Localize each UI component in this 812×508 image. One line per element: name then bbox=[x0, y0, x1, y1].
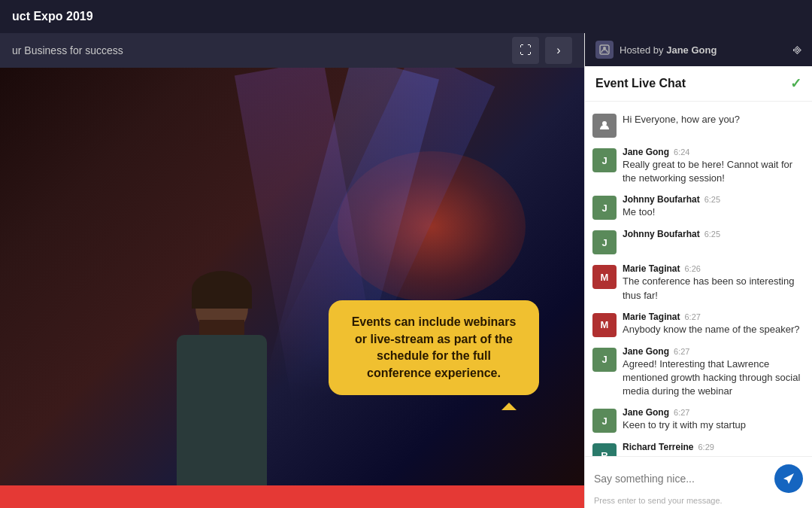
msg-author: Johnny Boufarhat bbox=[623, 229, 700, 239]
chat-input-row bbox=[594, 464, 803, 493]
msg-time: 6:25 bbox=[704, 195, 720, 204]
msg-author: Marie Taginat bbox=[623, 263, 680, 274]
exit-button[interactable]: ⎆ bbox=[793, 42, 801, 58]
list-item: J Johnny Boufarhat 6:25 Me too! bbox=[585, 190, 812, 224]
video-tooltip: Events can include webinars or live-stre… bbox=[329, 300, 539, 395]
message-header: Jane Gong 6:24 bbox=[623, 147, 804, 157]
message-header: Marie Taginat 6:26 bbox=[623, 263, 804, 274]
msg-text: Hi Everyone, how are you? bbox=[623, 113, 804, 126]
message-content: Hi Everyone, how are you? bbox=[623, 112, 804, 126]
avatar: J bbox=[592, 196, 617, 220]
message-header: Richard Terreine 6:29 bbox=[623, 442, 804, 452]
video-section: ur Business for success ⛶ › bbox=[0, 33, 584, 508]
list-item: J Johnny Boufarhat 6:25 bbox=[585, 224, 812, 259]
video-bottom-bar bbox=[0, 485, 584, 508]
msg-author: Richard Terreine bbox=[623, 442, 693, 452]
host-name: Jane Gong bbox=[666, 44, 717, 56]
video-frame: Events can include webinars or live-stre… bbox=[0, 68, 584, 485]
message-content: Johnny Boufarhat 6:25 bbox=[623, 229, 804, 239]
msg-time: 6:27 bbox=[684, 312, 700, 321]
chat-check-icon: ✓ bbox=[790, 75, 801, 92]
msg-text: Agreed! Interesting that Lawrence mentio… bbox=[623, 357, 804, 399]
chat-messages[interactable]: Hi Everyone, how are you? J Jane Gong 6:… bbox=[585, 102, 812, 456]
message-content: Jane Gong 6:24 Really great to be here! … bbox=[623, 147, 804, 185]
main-layout: ur Business for success ⛶ › bbox=[0, 33, 812, 508]
msg-time: 6:29 bbox=[698, 443, 714, 452]
list-item: M Marie Taginat 6:26 The conference has … bbox=[585, 259, 812, 306]
msg-text: Me too! bbox=[623, 205, 804, 219]
avatar: M bbox=[592, 313, 617, 337]
msg-time: 6:27 bbox=[674, 347, 689, 356]
chat-input-area: Press enter to send your message. bbox=[585, 456, 812, 508]
msg-text: Anybody know the name of the speaker? bbox=[623, 323, 804, 336]
list-item: J Jane Gong 6:27 Keen to try it with my … bbox=[585, 403, 812, 437]
speaker-torso bbox=[177, 335, 267, 485]
msg-text: Keen to try it with my startup bbox=[623, 418, 804, 432]
bg-glow bbox=[338, 151, 526, 302]
msg-author: Jane Gong bbox=[623, 407, 669, 418]
message-header: Jane Gong 6:27 bbox=[623, 346, 804, 357]
list-item: R Richard Terreine 6:29 Anyone in the ne… bbox=[585, 437, 812, 456]
avatar: J bbox=[592, 148, 617, 172]
video-header: ur Business for success ⛶ › bbox=[0, 33, 584, 68]
message-content: Jane Gong 6:27 Keen to try it with my st… bbox=[623, 407, 804, 432]
chat-panel: Hosted by Jane Gong ⎆ Event Live Chat ✓ … bbox=[584, 33, 812, 508]
message-content: Marie Taginat 6:26 The conference has be… bbox=[623, 263, 804, 302]
chat-send-button[interactable] bbox=[774, 464, 803, 493]
avatar: J bbox=[592, 348, 617, 372]
msg-text: The conference has been so interesting t… bbox=[623, 275, 804, 302]
message-content: Johnny Boufarhat 6:25 Me too! bbox=[623, 194, 804, 219]
msg-author: Johnny Boufarhat bbox=[623, 194, 700, 205]
msg-time: 6:24 bbox=[674, 148, 689, 157]
speaker-head bbox=[195, 275, 248, 335]
message-header: Johnny Boufarhat 6:25 bbox=[623, 229, 804, 239]
speaker-hair bbox=[192, 271, 252, 309]
expand-button[interactable]: ⛶ bbox=[512, 37, 539, 64]
chat-title: Event Live Chat bbox=[595, 77, 686, 90]
message-header: Marie Taginat 6:27 bbox=[623, 312, 804, 322]
msg-author: Jane Gong bbox=[623, 346, 669, 357]
avatar: J bbox=[592, 230, 617, 254]
avatar: R bbox=[592, 443, 617, 456]
host-label: Hosted by Jane Gong bbox=[620, 44, 717, 56]
list-item: Hi Everyone, how are you? bbox=[585, 108, 812, 142]
video-background: Events can include webinars or live-stre… bbox=[0, 68, 584, 485]
speaker-figure bbox=[177, 275, 267, 485]
next-button[interactable]: › bbox=[545, 37, 572, 64]
message-content: Jane Gong 6:27 Agreed! Interesting that … bbox=[623, 346, 804, 399]
msg-time: 6:26 bbox=[684, 264, 700, 273]
video-controls: ⛶ › bbox=[512, 37, 572, 64]
avatar: M bbox=[592, 265, 617, 289]
avatar: J bbox=[592, 409, 617, 433]
host-icon bbox=[595, 41, 614, 59]
list-item: J Jane Gong 6:24 Really great to be here… bbox=[585, 142, 812, 190]
top-bar: uct Expo 2019 bbox=[0, 0, 812, 33]
message-content: Richard Terreine 6:29 Anyone in the netw… bbox=[623, 442, 804, 456]
list-item: J Jane Gong 6:27 Agreed! Interesting tha… bbox=[585, 342, 812, 403]
msg-author: Marie Taginat bbox=[623, 312, 680, 322]
msg-author: Jane Gong bbox=[623, 147, 669, 157]
host-bar: Hosted by Jane Gong ⎆ bbox=[585, 33, 812, 66]
app-title: uct Expo 2019 bbox=[12, 10, 93, 23]
list-item: M Marie Taginat 6:27 Anybody know the na… bbox=[585, 307, 812, 342]
msg-text: Really great to be here! Cannot wait for… bbox=[623, 158, 804, 185]
video-title: ur Business for success bbox=[12, 44, 123, 56]
chat-header: Event Live Chat ✓ bbox=[585, 66, 812, 102]
chat-hint: Press enter to send your message. bbox=[594, 496, 803, 505]
msg-time: 6:27 bbox=[674, 408, 689, 417]
message-header: Johnny Boufarhat 6:25 bbox=[623, 194, 804, 205]
message-header: Jane Gong 6:27 bbox=[623, 407, 804, 418]
avatar bbox=[592, 114, 617, 138]
message-content: Marie Taginat 6:27 Anybody know the name… bbox=[623, 312, 804, 336]
msg-time: 6:25 bbox=[704, 230, 720, 239]
chat-input[interactable] bbox=[594, 473, 768, 485]
